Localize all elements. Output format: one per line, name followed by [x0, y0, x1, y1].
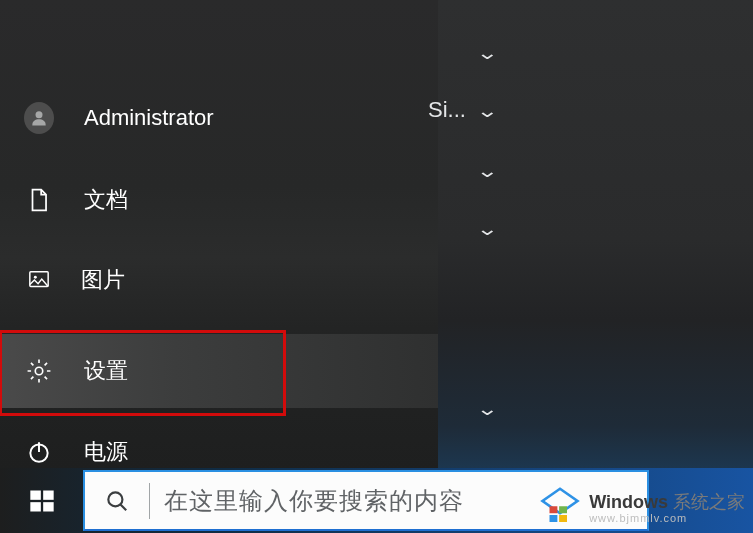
start-menu-left-rail: Administrator 文档 图片 设置	[0, 0, 438, 468]
document-icon	[24, 187, 54, 213]
chevron-down-icon[interactable]: ⌄	[476, 398, 499, 420]
svg-rect-16	[559, 515, 567, 522]
user-avatar	[24, 102, 54, 134]
pictures-icon	[24, 269, 54, 291]
chevron-down-icon[interactable]: ⌄	[476, 42, 499, 64]
watermark: Windows 系统之家 www.bjmmlv.com	[539, 487, 745, 529]
documents-label: 文档	[84, 185, 128, 215]
svg-point-2	[34, 276, 37, 279]
svg-rect-8	[30, 502, 40, 511]
chevron-down-icon[interactable]: ⌄	[476, 100, 499, 122]
watermark-logo-icon	[539, 487, 581, 529]
watermark-url: www.bjmmlv.com	[589, 513, 745, 524]
svg-rect-13	[550, 506, 558, 513]
start-menu-tiles-area: Si... ⌄ ⌄ ⌄ ⌄ ⌄	[438, 0, 753, 468]
chevron-down-icon[interactable]: ⌄	[476, 218, 499, 240]
spacer	[0, 0, 438, 86]
user-label: Administrator	[84, 105, 214, 131]
svg-line-11	[120, 504, 126, 510]
gear-icon	[24, 357, 54, 385]
svg-rect-14	[559, 506, 567, 513]
spacer	[0, 312, 438, 334]
user-account-item[interactable]: Administrator	[0, 86, 438, 150]
power-label: 电源	[84, 437, 128, 467]
settings-label: 设置	[84, 356, 128, 386]
pictures-label: 图片	[81, 265, 125, 295]
settings-item[interactable]: 设置	[0, 334, 438, 408]
spacer	[0, 232, 438, 248]
documents-item[interactable]: 文档	[0, 168, 438, 232]
start-button[interactable]	[0, 468, 83, 533]
desktop-region: Administrator 文档 图片 设置	[0, 0, 753, 533]
svg-rect-15	[550, 515, 558, 522]
svg-point-0	[36, 111, 43, 118]
windows-logo-icon	[28, 487, 56, 515]
search-icon	[85, 488, 149, 514]
spacer	[0, 150, 438, 168]
chevron-down-icon[interactable]: ⌄	[476, 160, 499, 182]
watermark-title: Windows 系统之家	[589, 493, 745, 511]
truncated-tile-label: Si...	[428, 97, 466, 123]
svg-point-3	[35, 367, 42, 374]
pictures-item[interactable]: 图片	[0, 248, 438, 312]
svg-rect-6	[30, 490, 40, 499]
power-icon	[24, 439, 54, 465]
svg-rect-7	[43, 490, 53, 499]
search-separator	[149, 483, 150, 519]
svg-point-10	[108, 492, 122, 506]
svg-rect-9	[43, 502, 53, 511]
